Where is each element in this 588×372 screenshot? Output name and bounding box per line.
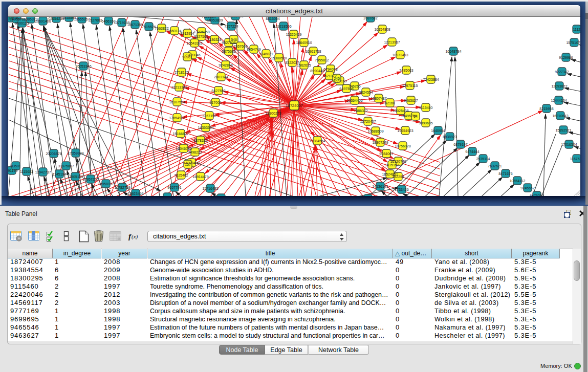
- svg-text:1562615: 1562615: [297, 63, 311, 67]
- svg-text:7485063: 7485063: [399, 69, 413, 72]
- svg-text:62160: 62160: [385, 101, 395, 105]
- svg-text:9657791: 9657791: [167, 186, 181, 189]
- svg-text:391179: 391179: [8, 169, 18, 172]
- svg-text:16046786: 16046786: [176, 147, 191, 150]
- svg-text:9527506: 9527506: [194, 35, 208, 38]
- svg-text:16671355: 16671355: [127, 23, 143, 27]
- svg-text:1145194: 1145194: [53, 172, 67, 176]
- svg-text:9527508: 9527508: [222, 41, 235, 45]
- svg-text:2803144: 2803144: [214, 75, 228, 79]
- svg-text:1733426: 1733426: [395, 188, 408, 191]
- svg-text:12093872: 12093872: [551, 84, 567, 88]
- svg-text:12213349: 12213349: [171, 85, 187, 89]
- svg-text:10807487: 10807487: [371, 97, 386, 100]
- svg-text:8454749: 8454749: [247, 48, 260, 51]
- svg-text:3267150: 3267150: [202, 114, 216, 118]
- svg-text:16120746: 16120746: [390, 160, 406, 163]
- svg-text:1615152: 1615152: [385, 163, 399, 167]
- svg-text:10973493: 10973493: [392, 53, 408, 57]
- svg-text:16210643: 16210643: [552, 114, 568, 118]
- svg-text:10958107: 10958107: [98, 182, 114, 186]
- svg-text:157: 157: [185, 163, 191, 166]
- svg-text:1115682: 1115682: [20, 170, 33, 173]
- svg-text:33975867: 33975867: [58, 164, 74, 168]
- svg-text:93103413: 93103413: [227, 17, 243, 18]
- svg-text:8990448: 8990448: [310, 69, 324, 73]
- svg-text:245: 245: [334, 77, 340, 80]
- svg-text:12444134: 12444134: [551, 99, 567, 102]
- svg-text:1112: 1112: [573, 28, 580, 31]
- svg-text:6497508: 6497508: [339, 87, 353, 91]
- svg-text:9227342: 9227342: [555, 70, 569, 74]
- svg-text:15892971: 15892971: [555, 128, 571, 132]
- svg-text:64: 64: [413, 115, 418, 118]
- svg-text:1527602: 1527602: [88, 18, 102, 22]
- svg-text:9463627: 9463627: [404, 99, 418, 102]
- svg-text:6475255: 6475255: [530, 194, 543, 196]
- svg-text:252254: 252254: [392, 175, 404, 179]
- svg-text:1640954: 1640954: [431, 129, 445, 133]
- svg-text:9474444: 9474444: [465, 150, 479, 154]
- svg-text:7663822: 7663822: [155, 27, 168, 30]
- svg-text:917004: 917004: [209, 101, 221, 104]
- svg-text:10756928: 10756928: [395, 144, 410, 148]
- svg-text:7357224: 7357224: [224, 25, 238, 28]
- svg-text:2718176: 2718176: [175, 71, 188, 74]
- svg-text:16053809: 16053809: [207, 18, 223, 22]
- svg-text:18300273: 18300273: [265, 112, 281, 115]
- svg-text:(x): (x): [132, 233, 138, 240]
- svg-text:10688609: 10688609: [367, 129, 383, 133]
- svg-text:7625402: 7625402: [174, 173, 188, 177]
- svg-text:18640910: 18640910: [296, 41, 312, 45]
- svg-text:13226058: 13226058: [193, 30, 209, 34]
- svg-text:19384554: 19384554: [309, 139, 325, 143]
- svg-text:7515526: 7515526: [142, 25, 156, 29]
- svg-text:9600133: 9600133: [15, 21, 29, 25]
- svg-text:6879197: 6879197: [453, 143, 467, 146]
- svg-text:17016504: 17016504: [561, 143, 577, 146]
- svg-text:15388520: 15388520: [271, 56, 287, 60]
- svg-text:9129966: 9129966: [559, 56, 573, 59]
- svg-text:18724007: 18724007: [286, 103, 302, 108]
- svg-text:17359924: 17359924: [68, 151, 83, 155]
- svg-text:26053346: 26053346: [75, 64, 91, 68]
- svg-text:7632621: 7632621: [488, 164, 502, 168]
- svg-text:1167533: 1167533: [570, 157, 580, 161]
- svg-text:16154808: 16154808: [374, 28, 390, 31]
- svg-text:20206576: 20206576: [46, 152, 61, 156]
- svg-text:14353594: 14353594: [198, 126, 213, 129]
- svg-text:15716485: 15716485: [202, 187, 218, 190]
- svg-text:17957225: 17957225: [82, 178, 98, 181]
- svg-text:15751074: 15751074: [566, 41, 580, 45]
- svg-text:14136141: 14136141: [372, 185, 388, 188]
- svg-text:2867608: 2867608: [233, 45, 247, 48]
- svg-text:12505135: 12505135: [67, 175, 83, 179]
- svg-text:9084067: 9084067: [379, 152, 393, 156]
- svg-text:12975115: 12975115: [402, 84, 418, 87]
- svg-text:6794078: 6794078: [323, 68, 337, 71]
- svg-text:8660124: 8660124: [167, 29, 181, 33]
- svg-text:18807249: 18807249: [372, 141, 388, 144]
- svg-text:15166827: 15166827: [172, 132, 188, 136]
- svg-text:12213967: 12213967: [384, 40, 400, 44]
- svg-text:11325419: 11325419: [286, 33, 302, 36]
- svg-text:8878332: 8878332: [193, 139, 207, 142]
- svg-text:10655267: 10655267: [74, 17, 90, 21]
- svg-text:9242848: 9242848: [219, 63, 232, 67]
- svg-text:9899695: 9899695: [419, 121, 432, 125]
- svg-text:98961: 98961: [182, 55, 192, 59]
- svg-text:16782759: 16782759: [114, 186, 130, 189]
- svg-text:12942737: 12942737: [35, 170, 51, 174]
- svg-text:16543382: 16543382: [186, 41, 202, 45]
- svg-text:19218506: 19218506: [275, 25, 291, 28]
- svg-text:19654923: 19654923: [397, 129, 413, 133]
- svg-text:12923466: 12923466: [127, 192, 143, 195]
- svg-text:8215958: 8215958: [539, 107, 553, 111]
- svg-text:8938923: 8938923: [443, 135, 456, 139]
- svg-text:7386372: 7386372: [354, 109, 367, 113]
- svg-text:7955812: 7955812: [315, 58, 329, 62]
- svg-text:2087682: 2087682: [363, 17, 377, 20]
- svg-text:2935114: 2935114: [476, 157, 490, 161]
- svg-text:8427552: 8427552: [211, 89, 225, 93]
- svg-text:10654112: 10654112: [510, 179, 526, 183]
